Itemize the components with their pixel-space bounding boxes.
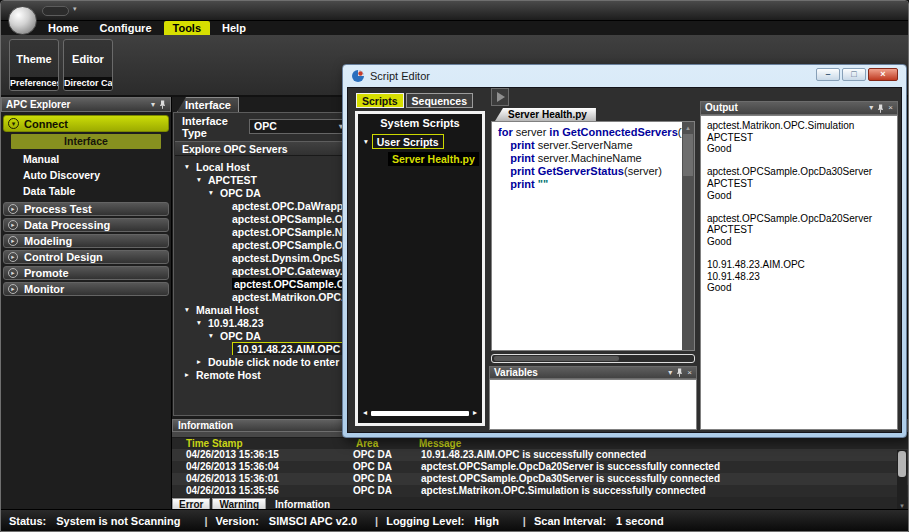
tree-node-user-scripts[interactable]: ▾ User Scripts [364, 134, 482, 149]
tree-expander-icon[interactable]: ▾ [364, 137, 368, 146]
close-button[interactable]: × [868, 68, 898, 81]
tree-node-opc-da[interactable]: ▾OPC DA [174, 186, 355, 199]
editor-horizontal-scrollbar[interactable] [491, 354, 695, 363]
chevron-down-icon[interactable]: ▾ [869, 103, 873, 113]
column-header-area[interactable]: Area [356, 438, 378, 449]
maximize-button[interactable]: □ [842, 68, 866, 81]
scrollbar-thumb[interactable] [371, 411, 469, 416]
collapse-icon[interactable]: ▾ [151, 100, 155, 110]
tree-node-apctest-opc-gateway-engine[interactable]: apctest.OPC.Gateway.Engine [174, 264, 355, 277]
tree-node-apctest-opcsample-opcda30server[interactable]: apctest.OPCSample.OpcDa30Server [174, 238, 355, 251]
pin-icon[interactable] [159, 100, 166, 109]
menu-tab-home[interactable]: Home [39, 21, 88, 35]
code-editor[interactable]: for server in GetConnectedServers(): pri… [491, 121, 695, 351]
close-icon[interactable]: × [888, 103, 893, 113]
sidebar-section-modeling[interactable]: ▸Modeling [3, 234, 169, 248]
tree-horizontal-scrollbar[interactable]: ◂ ▸ [363, 408, 477, 418]
sidebar-item-auto-discovery[interactable]: Auto Discovery [3, 168, 169, 183]
sidebar-section-promote[interactable]: ▸Promote [3, 266, 169, 280]
sidebar-item-data-table[interactable]: Data Table [3, 184, 169, 199]
tab-interface[interactable]: Interface [177, 97, 239, 112]
tree-node-server-health[interactable]: Server Health.py [388, 152, 479, 166]
tree-node-remote-host[interactable]: ▸Remote Host [174, 368, 355, 381]
tree-node-double-click-node-to-enter-machine[interactable]: ▸Double click node to enter machine [174, 355, 355, 368]
tree-node-apctest-opc-dawrapper[interactable]: apctest.OPC.DaWrapper [174, 199, 355, 212]
menu-tab-tools[interactable]: Tools [164, 21, 211, 35]
code-token: print [510, 152, 534, 164]
code-line: print GetServerStatus(server) [498, 165, 680, 178]
sidebar-section-control-design[interactable]: ▸Control Design [3, 250, 169, 264]
application-menu-orb[interactable] [8, 6, 37, 35]
tree-expander-icon[interactable]: ▾ [202, 331, 220, 340]
sidebar-section-monitor[interactable]: ▸Monitor [3, 282, 169, 296]
variables-panel-body[interactable] [489, 379, 697, 430]
tree-expander-icon[interactable]: ▾ [178, 162, 196, 171]
tree-node-apctest[interactable]: ▾APCTEST [174, 173, 355, 186]
tree-node-apctest-opcsample-opcdaserver[interactable]: apctest.OPCSample.OpcDaServer [174, 212, 355, 225]
log-tab-error[interactable]: Error [172, 498, 210, 509]
scroll-down-icon[interactable]: ▾ [897, 501, 907, 509]
tree-node-local-host[interactable]: ▾Local Host [174, 160, 355, 173]
scrollbar-thumb[interactable] [494, 356, 619, 361]
tree-node-manual-host[interactable]: ▾Manual Host [174, 303, 355, 316]
interface-type-value: OPC [254, 120, 339, 133]
tree-node-opc-da[interactable]: ▾OPC DA [174, 329, 355, 342]
tree-node-apctest-opcsample-net-daserver[interactable]: apctest.OPCSample.NET.DaServer [174, 225, 355, 238]
sidebar-section-connect[interactable]: ▾ Connect [3, 115, 169, 132]
close-icon[interactable]: × [687, 368, 692, 378]
scrollbar-thumb[interactable] [683, 134, 693, 176]
ribbon-button-editor[interactable]: Editor [64, 40, 112, 77]
pin-icon[interactable] [676, 368, 683, 377]
log-row[interactable]: 04/26/2013 15:36:04OPC DAapctest.OPCSamp… [172, 461, 908, 473]
menu-tab-help[interactable]: Help [213, 21, 255, 35]
minimize-button[interactable]: – [816, 68, 840, 81]
tree-node-apctest-opcsample-opcda20server[interactable]: apctest.OPCSample.OpcDa20Server [174, 277, 355, 290]
tab-scripts[interactable]: Scripts [356, 93, 404, 108]
pin-icon[interactable] [877, 104, 884, 113]
log-row[interactable]: 04/26/2013 15:36:15OPC DA10.91.48.23.AIM… [172, 449, 908, 461]
sidebar-section-process-test[interactable]: ▸Process Test [3, 202, 169, 216]
tree-node-10-91-48-23-aim-opc[interactable]: 10.91.48.23.AIM.OPC [174, 342, 355, 355]
tree-expander-icon[interactable]: ▾ [190, 318, 208, 327]
log-scrollbar[interactable]: ▾ [897, 450, 907, 509]
tree-expander-icon[interactable]: ▸ [190, 357, 208, 366]
tree-node-10-91-48-23[interactable]: ▾10.91.48.23 [174, 316, 355, 329]
chevron-right-circle-icon: ▸ [8, 252, 18, 262]
menu-tab-configure[interactable]: Configure [91, 21, 161, 35]
sidebar-item-manual[interactable]: Manual [3, 152, 169, 167]
code-token [498, 139, 510, 151]
log-tab-warning[interactable]: Warning [212, 498, 266, 509]
tab-sequences[interactable]: Sequences [406, 93, 473, 108]
column-header-message[interactable]: Message [419, 438, 461, 449]
tree-expander-icon[interactable]: ▾ [202, 188, 220, 197]
sidebar-item-interface[interactable]: Interface [11, 134, 161, 149]
log-tab-information[interactable]: Information [268, 498, 337, 509]
quick-access-dropdown-icon[interactable]: ▾ [73, 5, 77, 13]
scroll-left-icon[interactable]: ◂ [363, 408, 367, 418]
log-row[interactable]: 04/26/2013 15:35:56OPC DAapctest.Matriko… [172, 485, 908, 497]
tree-expander-icon[interactable]: ▾ [178, 305, 196, 314]
ribbon-button-theme[interactable]: Theme [10, 40, 58, 77]
tree-node-system-scripts[interactable]: System Scripts [358, 117, 482, 129]
run-script-button[interactable] [491, 88, 509, 106]
log-row[interactable]: 04/26/2013 15:36:01OPC DAapctest.OPCSamp… [172, 473, 908, 485]
output-body[interactable]: apctest.Matrikon.OPC.SimulationAPCTESTGo… [700, 115, 898, 430]
editor-vertical-scrollbar[interactable]: ▴ [682, 122, 694, 350]
scroll-right-icon[interactable]: ▸ [473, 408, 477, 418]
editor-tab-server-health[interactable]: Server Health.py [495, 108, 596, 121]
scrollbar-thumb[interactable] [898, 451, 906, 477]
ribbon-group-director-calc: EditorDirector Calc [63, 39, 113, 91]
tree-expander-icon[interactable]: ▸ [178, 370, 196, 379]
column-header-timestamp[interactable]: Time Stamp [186, 438, 243, 449]
interface-type-select[interactable]: OPC ▾ [249, 119, 348, 134]
code-token: (server) [624, 165, 662, 177]
chevron-down-icon[interactable]: ▾ [668, 368, 672, 378]
chevron-down-circle-icon: ▾ [8, 118, 19, 129]
tree-expander-icon[interactable]: ▾ [190, 175, 208, 184]
tree-node-apctest-dynsim-opcserver-engine[interactable]: apctest.Dynsim.OpcServer.Engine [174, 251, 355, 264]
sidebar-section-data-processing[interactable]: ▸Data Processing [3, 218, 169, 232]
quick-access-toolbar[interactable] [42, 6, 69, 16]
scroll-up-icon[interactable]: ▴ [682, 122, 694, 133]
tree-node-apctest-matrikon-opc-simulation[interactable]: apctest.Matrikon.OPC.Simulation [174, 290, 355, 303]
script-editor-titlebar[interactable]: Script Editor [351, 69, 430, 83]
